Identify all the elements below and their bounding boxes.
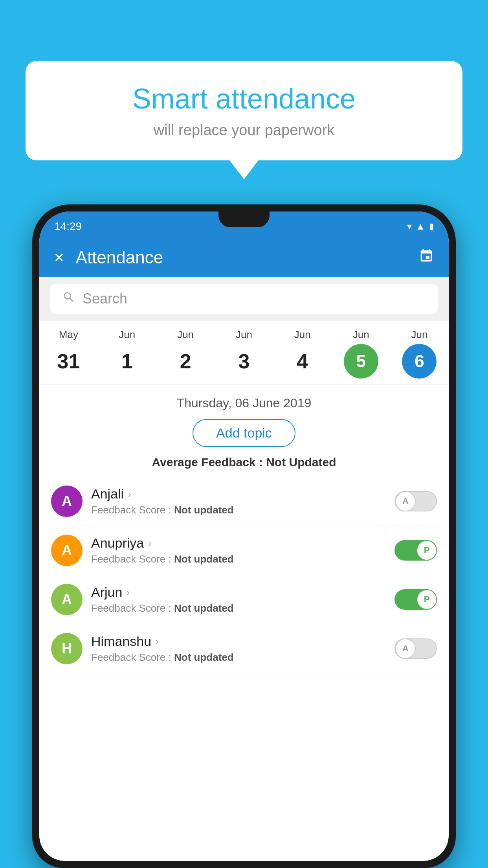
toggle-present-1[interactable]: P <box>394 540 437 561</box>
cal-num-1: 1 <box>110 344 144 379</box>
cal-num-5: 5 <box>344 344 378 379</box>
cal-month-0: May <box>59 329 78 341</box>
table-row[interactable]: A Anjali › Feedback Score : Not updated … <box>39 477 449 526</box>
search-container: Search <box>39 277 449 321</box>
student-info: Anjali › Feedback Score : Not updated <box>91 486 386 516</box>
student-info: Arjun › Feedback Score : Not updated <box>91 585 386 614</box>
toggle-circle-2: P <box>416 589 437 610</box>
cal-num-0: 31 <box>51 344 86 379</box>
feedback-text-0: Feedback Score : Not updated <box>91 504 386 516</box>
student-name-2: Arjun › <box>91 585 386 600</box>
calendar-icon[interactable] <box>419 248 434 267</box>
student-info: Anupriya › Feedback Score : Not updated <box>91 535 386 565</box>
feedback-text-3: Feedback Score : Not updated <box>91 651 386 664</box>
status-icons: ▾ ▲ ▮ <box>407 221 434 232</box>
cal-num-3: 3 <box>227 344 261 379</box>
search-placeholder: Search <box>83 291 127 307</box>
avatar: H <box>51 633 83 664</box>
avatar: A <box>51 535 83 566</box>
bubble-title: Smart attendance <box>49 83 439 115</box>
cal-month-6: Jun <box>411 329 428 341</box>
cal-day-3[interactable]: Jun 3 <box>224 329 264 379</box>
app-bar-title: Attendance <box>76 248 407 267</box>
cal-month-1: Jun <box>119 329 135 341</box>
status-time: 14:29 <box>54 220 82 233</box>
toggle-circle-0: A <box>395 491 416 511</box>
student-info: Himanshu › Feedback Score : Not updated <box>91 634 386 664</box>
phone-notch <box>218 211 270 227</box>
feedback-text-1: Feedback Score : Not updated <box>91 553 386 565</box>
cal-num-2: 2 <box>168 344 203 379</box>
cal-month-2: Jun <box>177 329 194 341</box>
speech-bubble-container: Smart attendance will replace your paper… <box>26 61 462 160</box>
phone-frame: 14:29 ▾ ▲ ▮ × Attendance <box>32 204 456 868</box>
student-name-1: Anupriya › <box>91 535 386 551</box>
cal-month-3: Jun <box>236 329 252 341</box>
toggle-present-2[interactable]: P <box>394 589 437 610</box>
close-button[interactable]: × <box>54 248 64 267</box>
toggle-absent-3[interactable]: A <box>394 638 437 659</box>
cal-num-6: 6 <box>402 344 437 379</box>
search-bar[interactable]: Search <box>50 284 438 314</box>
cal-day-6[interactable]: Jun 6 <box>400 329 439 379</box>
speech-bubble: Smart attendance will replace your paper… <box>26 61 462 160</box>
cal-day-5[interactable]: Jun 5 <box>341 329 381 379</box>
cal-num-4: 4 <box>285 344 320 379</box>
table-row[interactable]: A Arjun › Feedback Score : Not updated P <box>39 575 449 624</box>
table-row[interactable]: H Himanshu › Feedback Score : Not update… <box>39 624 449 673</box>
feedback-text-2: Feedback Score : Not updated <box>91 602 386 614</box>
toggle-circle-1: P <box>416 540 437 561</box>
phone-inner: 14:29 ▾ ▲ ▮ × Attendance <box>39 211 449 861</box>
student-list: A Anjali › Feedback Score : Not updated … <box>39 477 449 673</box>
table-row[interactable]: A Anupriya › Feedback Score : Not update… <box>39 526 449 575</box>
app-bar: × Attendance <box>39 238 449 277</box>
bubble-subtitle: will replace your paperwork <box>49 122 439 139</box>
cal-day-2[interactable]: Jun 2 <box>166 329 205 379</box>
student-name-3: Himanshu › <box>91 634 386 649</box>
chevron-right-icon: › <box>128 488 131 500</box>
date-info-section: Thursday, 06 June 2019 Add topic Average… <box>39 385 449 477</box>
avg-feedback: Average Feedback : Not Updated <box>39 456 449 469</box>
avg-feedback-value: Not Updated <box>266 456 336 469</box>
toggle-absent-0[interactable]: A <box>394 491 437 511</box>
cal-month-4: Jun <box>294 329 311 341</box>
cal-day-1[interactable]: Jun 1 <box>107 329 147 379</box>
add-topic-button[interactable]: Add topic <box>193 419 295 447</box>
student-name-0: Anjali › <box>91 486 386 502</box>
cal-day-0[interactable]: May 31 <box>49 329 88 379</box>
chevron-right-icon: › <box>155 635 159 648</box>
avatar: A <box>51 485 83 517</box>
wifi-icon: ▾ <box>407 221 412 232</box>
avg-feedback-label: Average Feedback : <box>152 456 266 469</box>
chevron-right-icon: › <box>148 537 151 550</box>
toggle-circle-3: A <box>395 638 416 659</box>
calendar-strip: May 31 Jun 1 Jun 2 Jun 3 Jun 4 Jun 5 <box>39 321 449 385</box>
date-label: Thursday, 06 June 2019 <box>39 396 449 410</box>
chevron-right-icon: › <box>126 586 130 599</box>
cal-day-4[interactable]: Jun 4 <box>283 329 322 379</box>
battery-icon: ▮ <box>429 221 434 232</box>
signal-icon: ▲ <box>416 221 425 232</box>
search-icon <box>62 291 75 307</box>
avatar: A <box>51 584 83 615</box>
cal-month-5: Jun <box>353 329 369 341</box>
